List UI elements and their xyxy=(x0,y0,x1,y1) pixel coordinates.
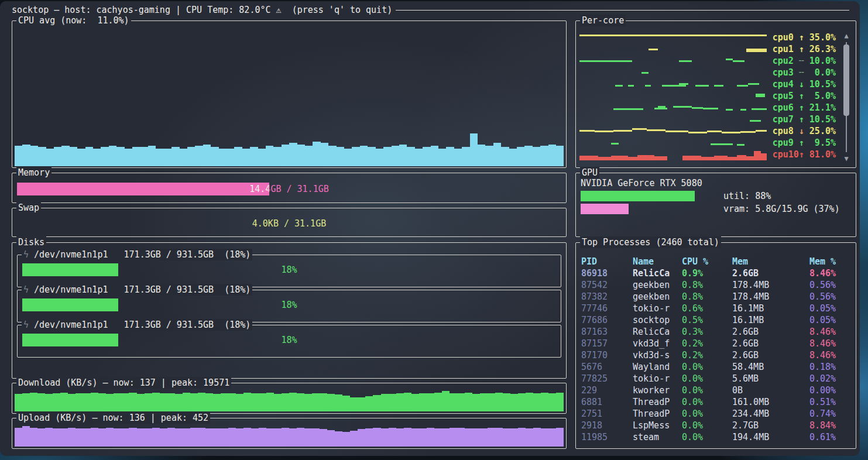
process-pid: 2751 xyxy=(581,408,633,420)
bar xyxy=(465,393,472,411)
bar xyxy=(121,428,129,447)
core-label: cpu0 ↑ 35.0% xyxy=(770,32,836,43)
spark-segment xyxy=(645,85,651,87)
bar xyxy=(259,428,266,447)
bar xyxy=(368,147,375,166)
process-name: RelicCa xyxy=(633,267,682,279)
process-row: 2918LspMess0.0%2.7GB8.84% xyxy=(581,420,850,431)
panel-upload: Upload (KB/s) — now: 136 | peak: 452 xyxy=(12,418,567,449)
scrollbar-up-icon[interactable]: ▲ xyxy=(842,32,851,40)
app-title: socktop — host: cachyos-gaming | CPU Tem… xyxy=(12,4,392,16)
panel-memory: Memory 14.4GB / 31.1GB14.4GB / 31.1GB xyxy=(12,173,567,203)
bar xyxy=(503,428,510,447)
bar xyxy=(132,147,140,166)
bar xyxy=(227,149,234,166)
bar xyxy=(140,147,148,166)
spark-segment xyxy=(703,108,718,109)
bar xyxy=(106,428,114,447)
disk-gauge: 18% xyxy=(22,334,556,346)
core-row: cpu4 ↓ 10.5% xyxy=(579,78,836,90)
process-row: 6881ThreadP0.0%161.0MB0.51% xyxy=(581,396,850,408)
spark-segment xyxy=(613,108,643,110)
process-row: 11985steam0.0%194.4MB0.61% xyxy=(581,431,850,443)
process-pid: 87542 xyxy=(581,279,633,291)
cpu-avg-title: CPU avg (now: 11.0%) xyxy=(16,15,131,26)
core-name: cpu8 xyxy=(773,126,799,136)
disk-panel: ϟ/dev/nvme1n1p1 171.3GB / 931.5GB (18%)1… xyxy=(17,325,561,358)
core-label: cpu9 ↑ 9.5% xyxy=(770,137,836,149)
bar xyxy=(205,428,213,447)
core-name: cpu10 xyxy=(773,149,799,160)
bar xyxy=(93,149,101,166)
bar xyxy=(358,397,365,411)
spark-segment xyxy=(665,131,688,132)
memory-gauge: 14.4GB / 31.1GB14.4GB / 31.1GB xyxy=(17,183,561,195)
bar xyxy=(365,428,373,447)
core-trend-icon: ↑ xyxy=(799,44,804,54)
spark-segment xyxy=(728,157,737,160)
bar xyxy=(548,393,556,411)
process-name: vkd3d_f xyxy=(633,338,682,349)
bar xyxy=(488,393,495,411)
bar xyxy=(180,149,187,166)
bar xyxy=(434,393,442,411)
core-name: cpu6 xyxy=(773,102,799,113)
header-mem: Mem xyxy=(732,256,809,267)
core-row: cpu5 ↑ 5.0% xyxy=(579,90,836,102)
bar xyxy=(411,394,419,411)
core-name: cpu7 xyxy=(773,114,799,125)
spark-segment xyxy=(737,155,746,160)
bar xyxy=(22,145,30,166)
process-mem: 0B xyxy=(732,385,809,396)
per-core-scrollbar[interactable]: ▲ ▼ xyxy=(842,32,851,163)
bar xyxy=(541,428,548,447)
bar xyxy=(454,149,462,166)
process-mem: 2.6GB xyxy=(732,349,809,361)
scrollbar-down-icon[interactable]: ▼ xyxy=(842,155,851,163)
bar xyxy=(77,149,85,166)
spark-segment xyxy=(701,157,714,160)
bar xyxy=(396,393,404,411)
bar xyxy=(109,146,116,166)
bar xyxy=(289,143,297,166)
bar xyxy=(273,147,281,166)
spark-segment xyxy=(579,156,598,160)
spark-segment xyxy=(733,60,744,62)
process-cpu: 0.0% xyxy=(682,361,732,373)
process-row: 86918RelicCa0.9%2.6GB8.46% xyxy=(581,267,850,279)
bar xyxy=(342,432,350,447)
spark-segment xyxy=(756,94,765,97)
process-mem-pct: 0.18% xyxy=(809,361,850,373)
process-cpu: 0.0% xyxy=(682,408,732,420)
spark-segment xyxy=(632,128,647,130)
process-cpu: 0.0% xyxy=(682,396,732,408)
process-table-body: 86918RelicCa0.9%2.6GB8.46%87542geekben0.… xyxy=(581,267,850,443)
bar xyxy=(198,428,205,447)
core-row: cpu3 ╌ 0.0% xyxy=(579,67,836,78)
disk-panel-title: ϟ/dev/nvme1n1p1 171.3GB / 931.5GB (18%) xyxy=(22,319,252,331)
process-pid: 87382 xyxy=(581,291,633,303)
bar xyxy=(236,428,243,447)
bar xyxy=(434,428,442,447)
spark-segment xyxy=(714,85,723,87)
bar xyxy=(365,396,373,411)
process-row: 2751ThreadP0.0%234.4MB0.74% xyxy=(581,408,850,420)
core-value: 10.5% xyxy=(804,79,836,90)
bar xyxy=(419,393,427,411)
scrollbar-thumb[interactable] xyxy=(843,44,849,116)
bar xyxy=(250,147,258,166)
bar xyxy=(381,394,389,411)
bar xyxy=(396,428,404,447)
bar xyxy=(304,394,312,411)
bar xyxy=(15,394,22,411)
core-trend-icon: ╌ xyxy=(799,67,804,78)
bar xyxy=(30,146,38,166)
bar xyxy=(98,428,106,447)
core-sparkline xyxy=(579,78,767,90)
bar xyxy=(259,393,266,411)
spark-segment xyxy=(662,85,687,87)
download-chart xyxy=(15,390,564,411)
process-name: tokio-r xyxy=(633,303,682,314)
process-mem: 194.4MB xyxy=(732,431,809,443)
bar xyxy=(289,393,297,411)
